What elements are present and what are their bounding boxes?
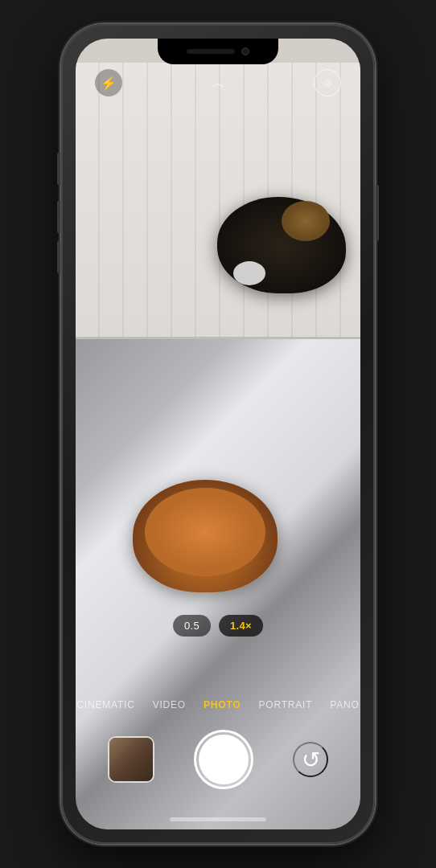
speaker — [187, 49, 235, 54]
live-photo-icon: ⊘ — [323, 77, 332, 89]
shutter-button[interactable] — [194, 730, 253, 789]
phone-screen: ⚡ ︿ ⊘ 0.5 1.4× CINEMATIC VIDEO PHOTO POR… — [76, 39, 360, 829]
mode-cinematic[interactable]: CINEMATIC — [76, 699, 134, 710]
chevron-up-button[interactable]: ︿ — [204, 69, 232, 96]
notch — [158, 39, 278, 64]
arrow-up-icon: ︿ — [211, 73, 225, 92]
front-camera — [241, 47, 249, 55]
zoom-0-5-button[interactable]: 0.5 — [173, 615, 211, 637]
orange-cat — [133, 480, 278, 592]
thumbnail-preview — [109, 738, 153, 781]
camera-bottom-controls: ↺ — [76, 730, 360, 789]
flip-icon: ↺ — [302, 747, 320, 773]
viewfinder — [76, 39, 360, 829]
shutter-inner — [199, 735, 249, 784]
top-controls: ⚡ ︿ ⊘ — [76, 69, 360, 96]
calico-cat — [217, 197, 346, 293]
flash-icon: ⚡ — [101, 76, 117, 91]
photo-thumbnail[interactable] — [108, 736, 154, 783]
zoom-1-4-button[interactable]: 1.4× — [219, 615, 263, 637]
flash-button[interactable]: ⚡ — [95, 69, 122, 96]
flip-camera-button[interactable]: ↺ — [293, 742, 328, 777]
mode-selector: CINEMATIC VIDEO PHOTO PORTRAIT PANO — [76, 699, 360, 710]
mode-portrait[interactable]: PORTRAIT — [258, 699, 312, 710]
phone-frame: ⚡ ︿ ⊘ 0.5 1.4× CINEMATIC VIDEO PHOTO POR… — [61, 24, 375, 844]
headboard — [76, 63, 360, 339]
mode-video[interactable]: VIDEO — [153, 699, 186, 710]
mode-photo[interactable]: PHOTO — [204, 699, 241, 710]
home-indicator[interactable] — [170, 817, 266, 821]
live-photo-button[interactable]: ⊘ — [314, 69, 341, 96]
zoom-controls: 0.5 1.4× — [173, 615, 263, 637]
mode-pano[interactable]: PANO — [330, 699, 359, 710]
